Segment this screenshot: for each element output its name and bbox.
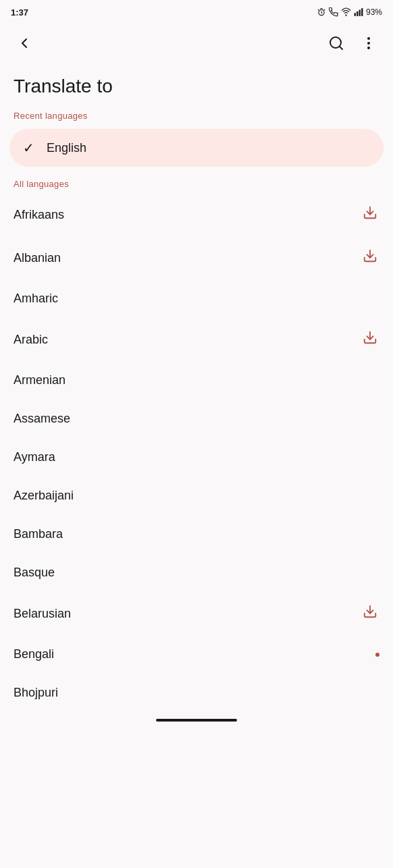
status-icons: 93% [317,7,382,17]
language-item[interactable]: Bengali [0,635,393,674]
language-name: Afrikaans [14,208,64,222]
language-item[interactable]: Bhojpuri [0,674,393,712]
svg-rect-2 [357,11,358,16]
language-item[interactable]: Basque [0,553,393,592]
back-button[interactable] [11,30,38,57]
language-item[interactable]: Albanian [0,236,393,279]
language-name: Assamese [14,412,70,426]
download-svg [363,330,377,345]
svg-line-6 [340,47,342,49]
svg-point-8 [367,42,370,45]
battery-indicator: 93% [366,7,382,17]
language-name: Bhojpuri [14,686,58,700]
language-name: Bengali [14,647,54,661]
selected-language-name: English [47,141,86,155]
top-bar-actions [323,30,382,57]
language-name: Belarusian [14,607,71,621]
alarm-icon [317,7,326,17]
status-right: 93% [317,7,382,17]
language-name: Azerbaijani [14,489,74,503]
language-item[interactable]: Arabic [0,318,393,361]
search-button[interactable] [323,30,350,57]
language-name: Basque [14,566,55,580]
signal-icon [354,7,363,17]
svg-rect-1 [355,13,356,16]
svg-rect-4 [361,8,363,16]
language-name: Bambara [14,527,63,541]
download-icon[interactable] [361,248,379,267]
language-item[interactable]: Bambara [0,515,393,553]
language-item[interactable]: Assamese [0,400,393,438]
language-list: AfrikaansAlbanianAmharicArabicArmenianAs… [0,193,393,712]
language-item[interactable]: Aymara [0,438,393,477]
back-icon [16,35,32,51]
status-bar: 1:37 93% [0,0,393,24]
nav-bar [156,719,237,722]
more-button[interactable] [355,30,382,57]
recent-languages-label: Recent languages [0,105,393,125]
language-item[interactable]: Afrikaans [0,193,393,236]
download-icon[interactable] [361,205,379,224]
language-item[interactable]: Armenian [0,361,393,400]
phone-icon [329,7,338,17]
more-icon [361,35,377,51]
svg-rect-3 [359,10,361,16]
svg-point-9 [367,47,370,49]
nav-indicator [0,712,393,727]
svg-point-7 [367,37,370,40]
selected-language-item[interactable]: ✓ English [9,129,384,167]
download-svg [363,604,377,619]
all-languages-label: All languages [0,173,393,193]
search-icon [328,35,344,51]
language-name: Albanian [14,251,61,265]
page-title: Translate to [0,62,393,105]
language-name: Aymara [14,450,55,464]
language-item[interactable]: Belarusian [0,592,393,635]
check-icon: ✓ [23,140,34,156]
language-item[interactable]: Amharic [0,279,393,318]
download-icon[interactable] [361,604,379,623]
indicator-dot [375,653,379,657]
language-name: Armenian [14,373,66,387]
status-time: 1:37 [11,7,28,18]
language-name: Arabic [14,333,48,347]
top-bar [0,24,393,62]
language-name: Amharic [14,292,58,306]
language-item[interactable]: Azerbaijani [0,477,393,515]
download-svg [363,248,377,263]
download-svg [363,205,377,220]
download-icon[interactable] [361,330,379,349]
wifi-icon [341,7,351,17]
